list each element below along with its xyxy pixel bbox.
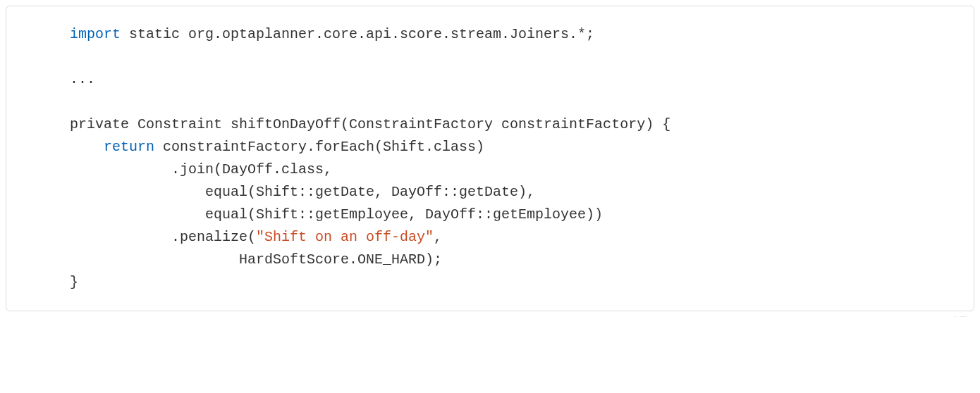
- code-segment: ,: [434, 229, 442, 245]
- code-block: import static org.optaplanner.core.api.s…: [6, 6, 974, 311]
- code-segment: .penalize(: [70, 229, 256, 245]
- code-text: import static org.optaplanner.core.api.s…: [70, 23, 957, 294]
- watermark-text: CSDN @ROBOT玲玉: [886, 315, 967, 317]
- string-literal: "Shift on an off-day": [256, 229, 434, 245]
- code-line: }: [70, 274, 78, 290]
- keyword-import: import: [70, 26, 121, 42]
- code-line: ...: [70, 71, 95, 87]
- keyword-return: return: [104, 139, 154, 155]
- code-line: equal(Shift::getEmployee, DayOff::getEmp…: [70, 206, 603, 223]
- code-segment: constraintFactory.forEach(Shift.class): [154, 139, 484, 155]
- code-line: equal(Shift::getDate, DayOff::getDate),: [70, 184, 535, 200]
- code-line: HardSoftScore.ONE_HARD);: [70, 251, 442, 268]
- code-line: .join(DayOff.class,: [70, 161, 332, 177]
- code-indent: [70, 139, 104, 155]
- code-line: private Constraint shiftOnDayOff(Constra…: [70, 116, 670, 132]
- code-segment: static org.optaplanner.core.api.score.st…: [121, 26, 594, 42]
